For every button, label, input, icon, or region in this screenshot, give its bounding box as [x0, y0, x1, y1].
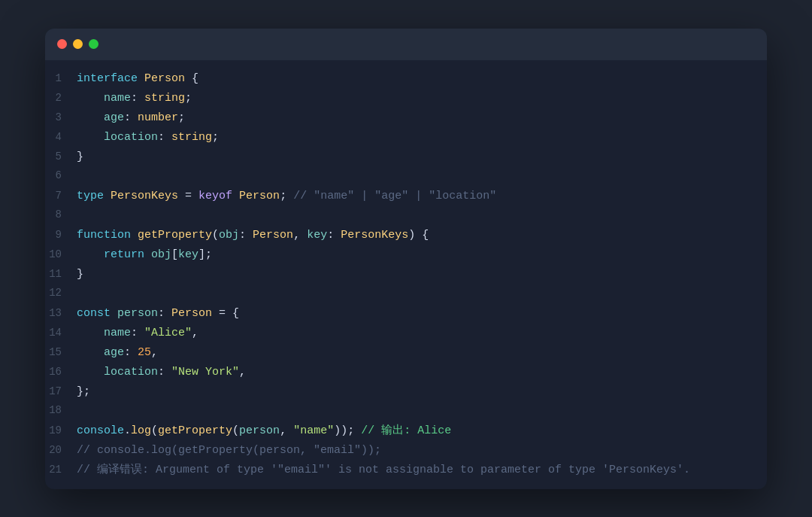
maximize-button[interactable]	[89, 39, 98, 49]
code-line: 3 age: number;	[45, 108, 767, 128]
line-number: 10	[45, 246, 77, 264]
code-line: 18	[45, 402, 767, 421]
line-number: 5	[45, 148, 77, 166]
line-number: 3	[45, 109, 77, 127]
code-line: 5 }	[45, 147, 767, 167]
code-editor-window: 1 interface Person { 2 name: string; 3 a…	[45, 29, 767, 489]
code-line: 16 location: "New York",	[45, 363, 767, 382]
code-line: 17 };	[45, 382, 767, 402]
code-line: 11 }	[45, 265, 767, 284]
code-content: name: "Alice",	[77, 324, 198, 343]
code-content: console.log(getProperty(person, "name"))…	[77, 421, 451, 441]
close-button[interactable]	[57, 39, 67, 49]
line-number: 4	[45, 129, 77, 147]
minimize-button[interactable]	[73, 39, 83, 49]
code-area: 1 interface Person { 2 name: string; 3 a…	[45, 60, 767, 489]
code-content: };	[77, 382, 90, 402]
code-content: age: number;	[77, 108, 185, 128]
code-content: type PersonKeys = keyof Person; // "name…	[77, 187, 496, 206]
code-content: location: string;	[77, 128, 219, 147]
line-number: 7	[45, 187, 77, 205]
line-number: 8	[45, 206, 77, 224]
code-line: 6	[45, 167, 767, 187]
line-number: 21	[45, 461, 77, 479]
line-number: 14	[45, 324, 77, 342]
line-number: 11	[45, 266, 77, 284]
line-number: 12	[45, 284, 77, 303]
code-content: // 编译错误: Argument of type '"email"' is n…	[77, 461, 690, 480]
code-line: 12	[45, 284, 767, 304]
line-number: 19	[45, 422, 77, 440]
code-content: return obj[key];	[77, 245, 212, 265]
line-number: 18	[45, 402, 77, 420]
code-line: 4 location: string;	[45, 128, 767, 147]
code-content: const person: Person = {	[77, 304, 239, 324]
code-content: }	[77, 265, 83, 284]
code-line: 14 name: "Alice",	[45, 324, 767, 343]
line-number: 20	[45, 442, 77, 460]
line-number: 6	[45, 167, 77, 185]
code-line: 20 // console.log(getProperty(person, "e…	[45, 441, 767, 461]
code-line: 19 console.log(getProperty(person, "name…	[45, 421, 767, 441]
code-content: // console.log(getProperty(person, "emai…	[77, 441, 381, 461]
code-line: 9 function getProperty(obj: Person, key:…	[45, 226, 767, 245]
code-line: 1 interface Person {	[45, 69, 767, 89]
titlebar	[45, 29, 767, 60]
code-line: 13 const person: Person = {	[45, 304, 767, 324]
code-line: 8	[45, 206, 767, 226]
line-number: 9	[45, 227, 77, 245]
line-number: 17	[45, 383, 77, 401]
line-number: 1	[45, 70, 77, 88]
code-content: }	[77, 147, 83, 167]
line-number: 15	[45, 344, 77, 362]
line-number: 16	[45, 363, 77, 382]
line-number: 13	[45, 305, 77, 323]
code-line: 21 // 编译错误: Argument of type '"email"' i…	[45, 461, 767, 480]
code-line: 15 age: 25,	[45, 343, 767, 363]
code-line: 10 return obj[key];	[45, 245, 767, 265]
code-content: interface Person {	[77, 69, 198, 89]
code-line: 2 name: string;	[45, 89, 767, 108]
code-content: age: 25,	[77, 343, 158, 363]
line-number: 2	[45, 90, 77, 108]
code-content: name: string;	[77, 89, 192, 108]
code-content: location: "New York",	[77, 363, 246, 382]
code-content: function getProperty(obj: Person, key: P…	[77, 226, 429, 245]
code-line: 7 type PersonKeys = keyof Person; // "na…	[45, 187, 767, 206]
